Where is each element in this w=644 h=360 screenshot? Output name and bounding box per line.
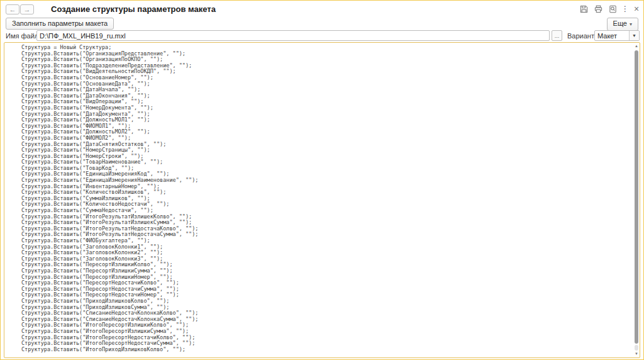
scrollbar-track[interactable] <box>635 345 638 351</box>
scroll-down-icon[interactable]: ▼ <box>634 351 639 357</box>
chevron-down-icon: ▾ <box>630 21 632 27</box>
scroll-up-icon[interactable]: ▲ <box>634 43 639 49</box>
code-text: Структура = Новый Структура;Структура.Вс… <box>4 45 632 357</box>
save-icon[interactable] <box>579 4 588 13</box>
close-icon[interactable]: × <box>633 4 640 13</box>
variant-value: Макет <box>595 31 629 40</box>
more-actions-icon[interactable]: ⋮ <box>623 4 628 13</box>
file-name-input[interactable] <box>36 30 550 41</box>
page-title: Создание структуры параметров макета <box>51 4 216 14</box>
code-editor[interactable]: Структура = Новый Структура;Структура.Вс… <box>4 42 640 358</box>
nav-back-button[interactable]: ← <box>6 4 19 14</box>
form-window: ← → Создание структуры параметров макета <box>0 0 644 360</box>
print-icon[interactable] <box>594 4 602 13</box>
fill-parameters-button[interactable]: Заполнить параметры макета <box>6 18 114 30</box>
toolbar: Заполнить параметры макета Еще▾ <box>1 17 643 30</box>
header-icons: ⋮ × <box>579 4 640 14</box>
nav-forward-button[interactable]: → <box>20 4 34 14</box>
scrollbar-thumb[interactable] <box>635 50 638 344</box>
variant-label: Вариант: <box>567 32 596 40</box>
browse-button[interactable]: ... <box>552 30 562 41</box>
variant-combobox[interactable]: Макет ▼ <box>594 30 640 41</box>
vertical-scrollbar[interactable]: ▲ ▼ <box>634 43 639 357</box>
more-button-label: Еще <box>613 20 627 27</box>
file-row: Имя файла: ... Вариант: Макет ▼ <box>1 30 643 42</box>
more-button[interactable]: Еще▾ <box>607 18 638 31</box>
header-bar: ← → Создание структуры параметров макета <box>1 1 643 17</box>
code-line: Структура.Вставить("ИтогоПриходИзлишковК… <box>21 347 632 353</box>
preview-icon[interactable] <box>608 4 617 13</box>
variant-dropdown-arrow-icon[interactable]: ▼ <box>629 31 639 40</box>
